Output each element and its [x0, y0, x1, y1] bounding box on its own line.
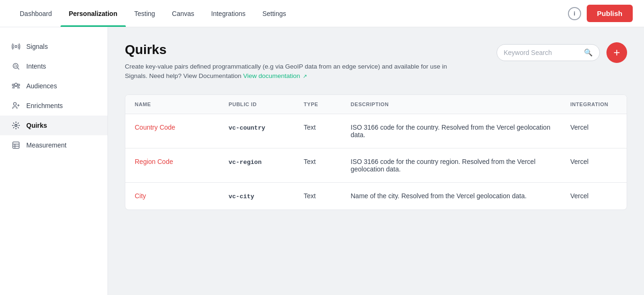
- nav-item-testing[interactable]: Testing: [126, 0, 163, 27]
- sidebar-label-measurement: Measurement: [26, 141, 67, 149]
- search-icon: 🔍: [584, 48, 593, 57]
- nav-right: i Publish: [568, 5, 633, 22]
- search-box: 🔍: [497, 44, 600, 61]
- quirks-table-container: NAME PUBLIC ID TYPE DESCRIPTION INTEGRAT…: [125, 94, 627, 210]
- svg-point-2: [15, 65, 17, 67]
- col-header-name: NAME: [125, 95, 219, 114]
- main-content: Quirks Create key-value pairs defined pr…: [108, 27, 644, 295]
- country-code-link[interactable]: Country Code: [135, 124, 175, 131]
- info-icon[interactable]: i: [568, 7, 581, 20]
- row-name-region-code: Region Code: [125, 148, 219, 182]
- region-code-pubid: vc-region: [229, 159, 261, 166]
- sidebar-item-measurement[interactable]: Measurement: [0, 135, 107, 155]
- sidebar-item-signals[interactable]: Signals: [0, 37, 107, 56]
- page-header: Quirks Create key-value pairs defined pr…: [125, 42, 627, 81]
- row-pubid-region-code: vc-region: [219, 148, 294, 182]
- row-name-city: City: [125, 182, 219, 210]
- row-name-country-code: Country Code: [125, 114, 219, 148]
- table-header: NAME PUBLIC ID TYPE DESCRIPTION INTEGRAT…: [125, 95, 627, 114]
- sidebar-label-quirks: Quirks: [26, 122, 47, 129]
- city-link[interactable]: City: [135, 192, 146, 200]
- row-desc-country-code: ISO 3166 code for the country. Resolved …: [341, 114, 561, 148]
- svg-point-9: [15, 124, 17, 127]
- quirks-icon: [11, 121, 21, 130]
- svg-rect-10: [13, 142, 19, 148]
- region-code-link[interactable]: Region Code: [135, 158, 173, 165]
- audiences-icon: [11, 81, 21, 91]
- sidebar-item-intents[interactable]: Intents: [0, 56, 107, 76]
- nav-item-canvas[interactable]: Canvas: [163, 0, 202, 27]
- col-header-public-id: PUBLIC ID: [219, 95, 294, 114]
- table-row: Region Code vc-region Text ISO 3166 code…: [125, 148, 627, 182]
- row-integration-region-code: Vercel: [561, 148, 627, 182]
- header-actions: 🔍 +: [497, 42, 627, 63]
- top-nav: Dashboard Personalization Testing Canvas…: [0, 0, 644, 27]
- nav-item-personalization[interactable]: Personalization: [61, 0, 126, 27]
- quirks-table: NAME PUBLIC ID TYPE DESCRIPTION INTEGRAT…: [125, 95, 627, 210]
- row-integration-country-code: Vercel: [561, 114, 627, 148]
- sidebar-label-audiences: Audiences: [26, 82, 57, 90]
- nav-item-dashboard[interactable]: Dashboard: [11, 0, 61, 27]
- measurement-icon: [11, 140, 21, 150]
- publish-button[interactable]: Publish: [587, 5, 633, 22]
- add-quirk-button[interactable]: +: [606, 42, 627, 63]
- row-type-region-code: Text: [294, 148, 341, 182]
- row-type-city: Text: [294, 182, 341, 210]
- country-code-pubid: vc-country: [229, 124, 265, 132]
- row-pubid-city: vc-city: [219, 182, 294, 210]
- table-row: Country Code vc-country Text ISO 3166 co…: [125, 114, 627, 148]
- page-description: Create key-value pairs defined programma…: [125, 62, 453, 81]
- table-body: Country Code vc-country Text ISO 3166 co…: [125, 114, 627, 210]
- view-documentation-link[interactable]: View documentation ↗: [243, 72, 307, 79]
- col-header-description: DESCRIPTION: [341, 95, 561, 114]
- external-link-icon: ↗: [303, 73, 307, 79]
- row-type-country-code: Text: [294, 114, 341, 148]
- row-pubid-country-code: vc-country: [219, 114, 294, 148]
- svg-point-6: [14, 102, 16, 105]
- sidebar-item-audiences[interactable]: Audiences: [0, 76, 107, 96]
- table-row: City vc-city Text Name of the city. Reso…: [125, 182, 627, 210]
- col-header-integration: INTEGRATION: [561, 95, 627, 114]
- sidebar-label-enrichments: Enrichments: [26, 102, 63, 109]
- page-title: Quirks: [125, 42, 485, 57]
- svg-point-4: [12, 84, 14, 86]
- signals-icon: [11, 42, 21, 51]
- svg-point-5: [18, 84, 20, 86]
- layout: Signals Intents: [0, 27, 644, 295]
- city-pubid: vc-city: [229, 193, 254, 200]
- nav-item-settings[interactable]: Settings: [254, 0, 295, 27]
- page-title-block: Quirks Create key-value pairs defined pr…: [125, 42, 485, 81]
- sidebar-item-enrichments[interactable]: Enrichments: [0, 96, 107, 116]
- nav-item-integrations[interactable]: Integrations: [203, 0, 254, 27]
- intents-icon: [11, 62, 21, 71]
- row-desc-city: Name of the city. Resolved from the Verc…: [341, 182, 561, 210]
- sidebar-item-quirks[interactable]: Quirks: [0, 116, 107, 135]
- sidebar: Signals Intents: [0, 27, 108, 295]
- enrichments-icon: [11, 101, 21, 110]
- nav-links: Dashboard Personalization Testing Canvas…: [11, 0, 295, 27]
- sidebar-label-signals: Signals: [26, 43, 48, 50]
- search-input[interactable]: [504, 49, 580, 56]
- col-header-type: TYPE: [294, 95, 341, 114]
- sidebar-label-intents: Intents: [26, 62, 46, 70]
- row-integration-city: Vercel: [561, 182, 627, 210]
- svg-point-1: [13, 63, 18, 69]
- row-desc-region-code: ISO 3166 code for the country region. Re…: [341, 148, 561, 182]
- svg-point-3: [15, 83, 17, 86]
- svg-point-0: [15, 46, 17, 48]
